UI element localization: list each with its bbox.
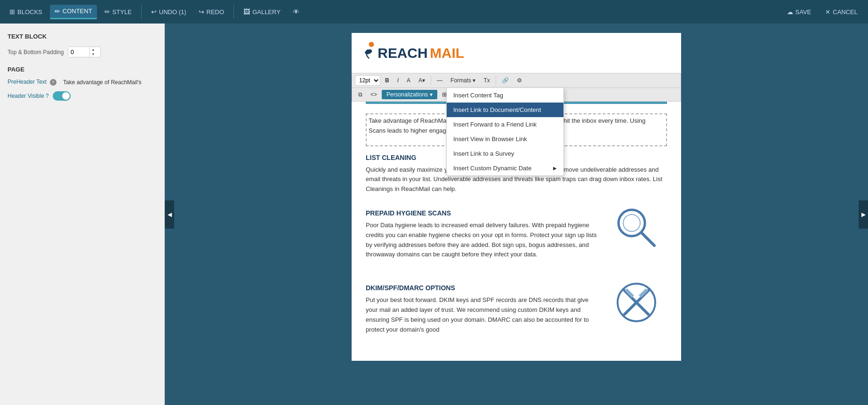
svg-point-4 xyxy=(619,210,645,236)
preheader-info-icon[interactable]: ? xyxy=(50,79,56,86)
dkim-text: Put your best foot forward. DKIM keys an… xyxy=(366,295,601,334)
gallery-label: GALLERY xyxy=(252,8,281,16)
undo-icon: ↩ xyxy=(151,8,157,16)
preheader-label: PreHeader Text ? xyxy=(8,79,59,86)
gallery-btn[interactable]: 🖼 GALLERY xyxy=(239,5,285,18)
gallery-icon: 🖼 xyxy=(243,8,250,16)
preheader-row: PreHeader Text ? Take advantage of Reach… xyxy=(8,79,157,86)
main-layout: TEXT BLOCK Top & Bottom Padding ▲ ▼ PAGE… xyxy=(0,24,868,405)
logo-container: REACH MAIL xyxy=(352,33,681,73)
personalizations-btn[interactable]: Personalizations ▾ xyxy=(382,90,437,99)
undo-btn[interactable]: ↩ UNDO (1) xyxy=(146,5,191,18)
svg-point-6 xyxy=(623,214,640,231)
hygiene-section: PREPAID HYGIENE SCANS Poor Data hygiene … xyxy=(366,202,667,267)
content-label: CONTENT xyxy=(63,8,92,15)
dropdown-item-insert-view-browser[interactable]: Insert View in Browser Link xyxy=(447,132,563,146)
cancel-btn[interactable]: ✕ CANCEL xyxy=(820,6,863,18)
save-label: SAVE xyxy=(796,8,812,16)
svg-point-1 xyxy=(364,48,373,55)
nav-right: ☁ SAVE ✕ CANCEL xyxy=(781,6,863,18)
hygiene-text: Poor Data hygiene leads to increased ema… xyxy=(366,221,601,260)
blocks-label: BLOCKS xyxy=(17,8,42,16)
svg-text:REACH: REACH xyxy=(378,45,427,61)
dkim-text-col: DKIM/SPF/DMARC OPTIONS Put your best foo… xyxy=(366,277,601,342)
spinner-up-btn[interactable]: ▲ xyxy=(90,48,96,52)
cancel-label: CANCEL xyxy=(833,8,858,16)
nav-separator-2 xyxy=(233,5,234,19)
toggle-knob xyxy=(62,92,70,100)
nav-separator-1 xyxy=(141,5,142,19)
tools-icon xyxy=(613,279,660,326)
tx-btn[interactable]: Tx xyxy=(480,75,493,86)
email-toolbar-row1: 12pt 14pt 16pt B I A A▾ — Formats ▾ Tx 🔗… xyxy=(352,73,681,88)
hr-btn[interactable]: — xyxy=(434,75,446,86)
highlight-btn[interactable]: A▾ xyxy=(415,75,428,86)
font-size-select[interactable]: 12pt 14pt 16pt xyxy=(355,75,380,86)
undo-label: UNDO (1) xyxy=(159,8,186,16)
top-nav: ⊞ BLOCKS ✏ CONTENT ✏ STYLE ↩ UNDO (1) ↪ … xyxy=(0,0,868,24)
content-icon: ✏ xyxy=(55,8,60,15)
dkim-section: DKIM/SPF/DMARC OPTIONS Put your best foo… xyxy=(366,277,667,342)
toolbar-div-1 xyxy=(431,76,431,85)
hygiene-icon xyxy=(611,202,662,254)
magnifier-icon xyxy=(613,204,660,251)
cancel-icon: ✕ xyxy=(825,8,830,16)
style-icon: ✏ xyxy=(104,8,110,16)
dropdown-item-insert-content-tag[interactable]: Insert Content Tag xyxy=(447,88,563,103)
text-block-title: TEXT BLOCK xyxy=(8,33,157,40)
dkim-icon xyxy=(611,277,662,328)
preheader-text: Take advantage of ReachMail's xyxy=(63,79,141,86)
submenu-chevron: ▶ xyxy=(553,166,557,171)
dkim-header: DKIM/SPF/DMARC OPTIONS xyxy=(366,284,601,292)
padding-input[interactable] xyxy=(68,47,89,57)
personalizations-label: Personalizations xyxy=(386,91,428,98)
right-edge-arrow[interactable]: ▶ xyxy=(859,200,868,229)
personalizations-dropdown: Insert Content Tag Insert Link to Docume… xyxy=(446,87,564,176)
dropdown-item-insert-link-survey[interactable]: Insert Link to a Survey xyxy=(447,146,563,161)
dkim-icon-col xyxy=(611,277,667,328)
sidebar: TEXT BLOCK Top & Bottom Padding ▲ ▼ PAGE… xyxy=(0,24,165,405)
padding-field-row: Top & Bottom Padding ▲ ▼ xyxy=(8,47,157,57)
svg-line-5 xyxy=(642,233,654,246)
hygiene-icon-col xyxy=(611,202,667,254)
save-btn[interactable]: ☁ SAVE xyxy=(781,6,817,18)
reach-logo: REACH MAIL xyxy=(361,40,465,66)
blocks-icon: ⊞ xyxy=(9,8,15,16)
link2-btn[interactable]: ⚙ xyxy=(514,75,525,86)
spinner-down-btn[interactable]: ▼ xyxy=(90,52,96,57)
dropdown-item-insert-forward[interactable]: Insert Forward to a Friend Link xyxy=(447,117,563,132)
copy-btn[interactable]: ⧉ xyxy=(355,89,366,100)
svg-point-0 xyxy=(369,42,374,47)
hygiene-header: PREPAID HYGIENE SCANS xyxy=(366,209,601,217)
header-visible-toggle[interactable] xyxy=(53,91,71,101)
svg-text:MAIL: MAIL xyxy=(430,45,464,61)
eye-icon: 👁 xyxy=(293,8,299,16)
formats-btn[interactable]: Formats ▾ xyxy=(447,75,479,86)
canvas-area[interactable]: ◀ REACH MAIL 12pt 1 xyxy=(165,24,868,405)
style-label: STYLE xyxy=(113,8,132,16)
left-edge-arrow[interactable]: ◀ xyxy=(165,200,174,229)
preview-btn[interactable]: 👁 xyxy=(288,5,304,18)
code-btn[interactable]: <> xyxy=(367,89,380,100)
padding-input-container: ▲ ▼ xyxy=(68,47,101,57)
bold-btn[interactable]: B xyxy=(382,75,393,86)
dropdown-item-insert-link-doc[interactable]: Insert Link to Document/Content xyxy=(447,103,563,117)
italic-btn[interactable]: I xyxy=(394,75,402,86)
link-btn[interactable]: 🔗 xyxy=(498,75,512,86)
padding-label: Top & Bottom Padding xyxy=(8,49,64,56)
toolbar-div-2 xyxy=(496,76,496,85)
padding-spinner: ▲ ▼ xyxy=(89,48,96,57)
redo-label: REDO xyxy=(207,8,225,16)
header-visible-row: Header Visible ? xyxy=(8,91,157,101)
hygiene-text-col: PREPAID HYGIENE SCANS Poor Data hygiene … xyxy=(366,202,601,267)
dropdown-item-insert-custom-date[interactable]: Insert Custom Dynamic Date ▶ xyxy=(447,161,563,175)
content-tab[interactable]: ✏ CONTENT xyxy=(50,5,97,19)
email-wrapper: REACH MAIL 12pt 14pt 16pt B I A A▾ — For… xyxy=(352,33,681,361)
style-tab[interactable]: ✏ STYLE xyxy=(100,5,137,18)
header-visible-label: Header Visible ? xyxy=(8,93,49,99)
blocks-tab[interactable]: ⊞ BLOCKS xyxy=(5,5,47,18)
font-color-btn[interactable]: A xyxy=(403,75,414,86)
page-section-title: PAGE xyxy=(8,66,157,73)
header-visible-info-icon[interactable]: ? xyxy=(46,93,49,99)
redo-btn[interactable]: ↪ REDO xyxy=(194,5,229,18)
